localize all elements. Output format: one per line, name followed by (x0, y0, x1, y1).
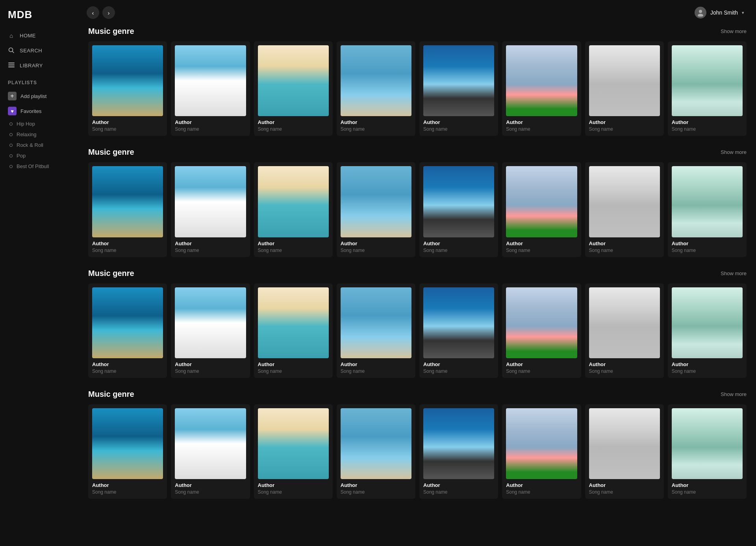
sidebar-item-home[interactable]: ⌂ HOME (0, 28, 79, 43)
music-card[interactable]: AuthorSong name (668, 41, 747, 136)
card-song: Song name (506, 126, 577, 132)
card-author: Author (175, 482, 246, 488)
card-author: Author (506, 241, 577, 246)
card-song: Song name (589, 248, 660, 253)
music-card[interactable]: AuthorSong name (668, 162, 747, 257)
music-card[interactable]: AuthorSong name (419, 404, 498, 499)
music-card[interactable]: AuthorSong name (171, 283, 250, 378)
music-card[interactable]: AuthorSong name (88, 404, 167, 499)
cards-row: AuthorSong nameAuthorSong nameAuthorSong… (88, 283, 747, 378)
card-author: Author (175, 241, 246, 246)
back-button[interactable]: ‹ (87, 6, 99, 19)
genre-title: Music genre (88, 27, 134, 36)
music-card[interactable]: AuthorSong name (502, 404, 581, 499)
music-card[interactable]: AuthorSong name (502, 162, 581, 257)
user-area[interactable]: John Smith ▾ (695, 7, 744, 19)
card-song: Song name (672, 368, 743, 374)
music-card[interactable]: AuthorSong name (585, 283, 664, 378)
music-card[interactable]: AuthorSong name (585, 41, 664, 136)
card-song: Song name (423, 248, 494, 253)
show-more-button[interactable]: Show more (721, 270, 747, 276)
card-author: Author (341, 119, 411, 125)
card-song: Song name (92, 489, 163, 495)
dropdown-icon: ▾ (742, 10, 744, 15)
card-image (589, 408, 660, 479)
genre-title: Music genre (88, 148, 134, 157)
heart-icon: ♥ (8, 107, 17, 115)
music-card[interactable]: AuthorSong name (502, 283, 581, 378)
card-author: Author (423, 482, 494, 488)
sidebar-item-pop[interactable]: Pop (0, 150, 79, 161)
avatar (695, 7, 706, 19)
cards-row: AuthorSong nameAuthorSong nameAuthorSong… (88, 404, 747, 499)
music-card[interactable]: AuthorSong name (668, 404, 747, 499)
music-card[interactable]: AuthorSong name (337, 404, 415, 499)
card-song: Song name (258, 126, 329, 132)
sidebar-item-pitbull[interactable]: Best Of Pitbull (0, 161, 79, 172)
music-card[interactable]: AuthorSong name (502, 41, 581, 136)
genre-pitbull-label: Best Of Pitbull (17, 163, 49, 169)
card-author: Author (92, 361, 163, 367)
genre-section-2: Music genreShow moreAuthorSong nameAutho… (88, 148, 747, 257)
sidebar-item-search[interactable]: SEARCH (0, 43, 79, 58)
genre-dot-icon (9, 165, 13, 168)
music-card[interactable]: AuthorSong name (254, 283, 333, 378)
card-image (506, 166, 577, 237)
music-card[interactable]: AuthorSong name (337, 41, 415, 136)
music-card[interactable]: AuthorSong name (88, 162, 167, 257)
card-author: Author (258, 361, 329, 367)
card-song: Song name (175, 126, 246, 132)
music-card[interactable]: AuthorSong name (171, 404, 250, 499)
music-card[interactable]: AuthorSong name (88, 283, 167, 378)
card-song: Song name (341, 126, 411, 132)
card-author: Author (341, 241, 411, 246)
music-card[interactable]: AuthorSong name (254, 162, 333, 257)
music-card[interactable]: AuthorSong name (668, 283, 747, 378)
music-card[interactable]: AuthorSong name (419, 41, 498, 136)
music-card[interactable]: AuthorSong name (585, 162, 664, 257)
card-song: Song name (175, 489, 246, 495)
music-card[interactable]: AuthorSong name (88, 41, 167, 136)
show-more-button[interactable]: Show more (721, 28, 747, 34)
forward-button[interactable]: › (102, 6, 115, 19)
genre-dot-icon (9, 133, 13, 136)
sidebar-item-relaxing[interactable]: Relaxing (0, 129, 79, 140)
card-author: Author (175, 119, 246, 125)
genre-header: Music genreShow more (88, 390, 747, 399)
sidebar-item-library[interactable]: LIBRARY (0, 58, 79, 73)
show-more-button[interactable]: Show more (721, 149, 747, 155)
sidebar-item-hiphop[interactable]: Hip Hop (0, 118, 79, 129)
card-image (341, 408, 411, 479)
card-image (92, 408, 163, 479)
music-card[interactable]: AuthorSong name (419, 283, 498, 378)
card-song: Song name (506, 248, 577, 253)
user-name: John Smith (710, 9, 738, 16)
card-image (258, 45, 329, 116)
genre-rockroll-label: Rock & Roll (17, 142, 43, 148)
card-image (589, 166, 660, 237)
music-card[interactable]: AuthorSong name (585, 404, 664, 499)
sidebar: MDB ⌂ HOME SEARCH LIBRARY Playlists + Ad… (0, 0, 79, 546)
genre-relaxing-label: Relaxing (17, 131, 37, 137)
music-card[interactable]: AuthorSong name (254, 404, 333, 499)
card-image (258, 166, 329, 237)
music-card[interactable]: AuthorSong name (337, 283, 415, 378)
card-author: Author (589, 119, 660, 125)
music-card[interactable]: AuthorSong name (171, 41, 250, 136)
favorites-item[interactable]: ♥ Favorites (0, 104, 79, 118)
card-author: Author (423, 241, 494, 246)
sidebar-item-rockroll[interactable]: Rock & Roll (0, 140, 79, 150)
content-area: Music genreShow moreAuthorSong nameAutho… (79, 23, 756, 522)
genre-header: Music genreShow more (88, 269, 747, 278)
add-playlist-item[interactable]: + Add playlist (0, 89, 79, 104)
show-more-button[interactable]: Show more (721, 391, 747, 397)
music-card[interactable]: AuthorSong name (171, 162, 250, 257)
music-card[interactable]: AuthorSong name (419, 162, 498, 257)
card-image (423, 45, 494, 116)
add-playlist-icon: + (8, 92, 17, 100)
music-card[interactable]: AuthorSong name (337, 162, 415, 257)
card-author: Author (258, 119, 329, 125)
card-song: Song name (589, 489, 660, 495)
card-song: Song name (423, 489, 494, 495)
music-card[interactable]: AuthorSong name (254, 41, 333, 136)
